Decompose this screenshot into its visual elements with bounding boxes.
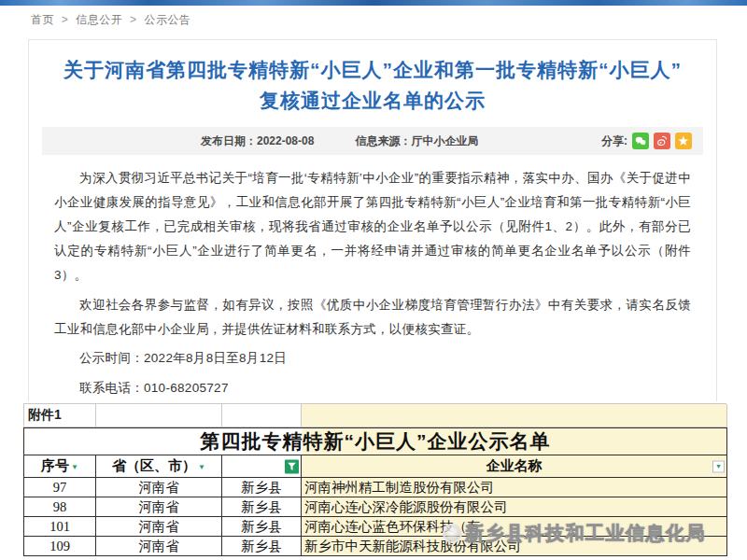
table-row: 101 河南省 新乡县 河南心连心蓝色环保科技（有 [24,517,727,537]
site-nav-bottom-bar [0,0,747,6]
active-filter-funnel-icon[interactable] [285,459,299,473]
breadcrumb-info-link[interactable]: 信息公开 [76,13,122,26]
attachment-corner-label: 附件1 [24,404,96,427]
company-list-table: 第四批专精特新“小巨人”企业公示名单 序号▼ 省（区、市）▼ 企业名称 ▼ [23,427,727,556]
table-row: 109 河南省 新乡县 新乡市中天新能源科技股份有限公司 [24,537,727,556]
breadcrumb-home-link[interactable]: 首页 [31,13,54,26]
contact-phone: 联系电话：010-68205727 [54,376,691,400]
column-header-county [222,455,302,478]
filter-dropdown-icon[interactable]: ▼ [71,463,78,471]
paragraph: 为深入贯彻习近平总书记关于“培育一批‘专精特新’中小企业”的重要指示精神，落实中… [54,166,691,287]
wechat-share-icon[interactable] [632,133,649,149]
page-title: 关于河南省第四批专精特新“小巨人”企业和第一批专精特新“小巨人”复核通过企业名单… [61,55,684,116]
table-title: 第四批专精特新“小巨人”企业公示名单 [24,428,727,455]
table-row: 98 河南省 新乡县 河南心连心深冷能源股份有限公司 [24,497,727,517]
paragraph: 欢迎社会各界参与监督，如有异议，按照《优质中小企业梯度培育管理暂行办法》中有关要… [54,293,691,342]
table-row: 97 河南省 新乡县 河南神州精工制造股份有限公司 [24,478,727,497]
filter-dropdown-icon[interactable]: ▼ [198,463,205,471]
breadcrumb-separator: > [62,13,69,26]
empty-cell [96,404,222,427]
breadcrumb: 首页 > 信息公开 > 公示公告 [31,12,190,28]
weibo-share-icon[interactable] [654,133,670,149]
column-header-province: 省（区、市）▼ [96,455,222,478]
notice-period: 公示时间：2022年8月8日至8月12日 [54,346,691,371]
article-meta-bar: 发布日期：2022-08-08 信息来源：厅中小企业局 分享: ★ [42,127,703,155]
breadcrumb-current[interactable]: 公示公告 [144,13,190,26]
column-header-seq: 序号▼ [24,455,96,478]
publish-date: 发布日期：2022-08-08 [201,133,314,149]
favorite-star-icon[interactable]: ★ [675,133,692,149]
share-label: 分享: [601,133,627,149]
empty-cell [222,404,302,427]
filter-dropdown-icon[interactable]: ▼ [712,460,725,472]
info-source: 信息来源：厅中小企业局 [355,133,478,149]
column-header-company: 企业名称 ▼ [302,455,727,478]
empty-cell-yellow [302,404,727,427]
sheet-top-row: 附件1 [23,403,726,427]
attachment-spreadsheet-image: 附件1 第四批专精特新“小巨人”企业公示名单 序号▼ 省（区、市）▼ [0,401,747,560]
share-group: 分享: ★ [601,133,692,149]
breadcrumb-separator: > [130,13,137,26]
